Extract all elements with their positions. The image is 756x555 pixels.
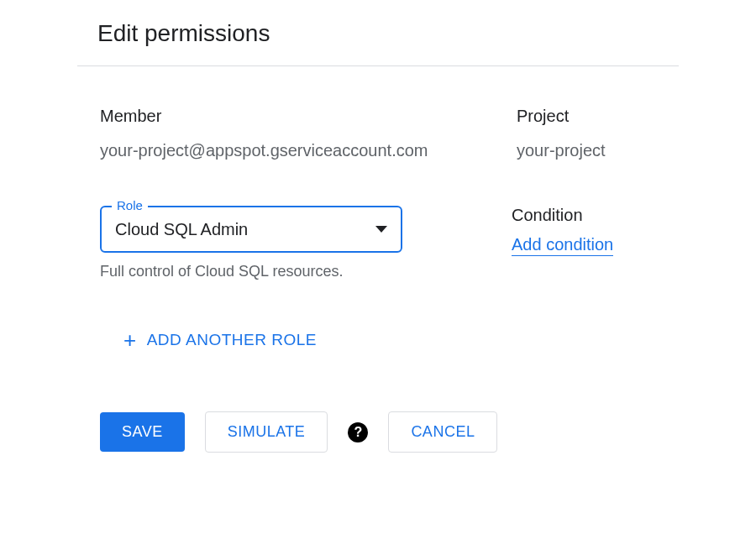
plus-icon: + [123,329,137,351]
member-field: Member your-project@appspot.gserviceacco… [100,107,470,160]
role-row: Role Cloud SQL Admin Full control of Clo… [100,206,756,280]
panel-header: Edit permissions [0,20,756,65]
save-button[interactable]: SAVE [100,412,185,452]
identity-row: Member your-project@appspot.gserviceacco… [100,107,756,160]
condition-block: Condition Add condition [512,206,613,254]
project-field: Project your-project [517,107,606,160]
role-block: Role Cloud SQL Admin Full control of Clo… [100,206,402,280]
simulate-button[interactable]: SIMULATE [205,411,328,453]
add-role-label: ADD ANOTHER ROLE [147,331,317,349]
project-label: Project [517,107,606,126]
panel-content: Member your-project@appspot.gserviceacco… [0,66,756,453]
chevron-down-icon [375,226,387,233]
member-label: Member [100,107,470,126]
edit-permissions-panel: Edit permissions Member your-project@app… [0,0,756,453]
help-icon[interactable]: ? [348,422,368,442]
add-another-role-button[interactable]: + ADD ANOTHER ROLE [123,329,317,351]
role-selected-value: Cloud SQL Admin [115,220,375,239]
page-title: Edit permissions [97,20,756,47]
role-select[interactable]: Role Cloud SQL Admin [100,206,402,253]
add-condition-link[interactable]: Add condition [512,235,613,256]
project-value: your-project [517,141,606,160]
role-floating-label: Role [112,198,148,212]
condition-label: Condition [512,206,613,225]
cancel-button[interactable]: CANCEL [388,411,497,453]
member-value: your-project@appspot.gserviceaccount.com [100,141,428,160]
role-description: Full control of Cloud SQL resources. [100,263,402,280]
action-buttons: SAVE SIMULATE ? CANCEL [100,411,756,453]
